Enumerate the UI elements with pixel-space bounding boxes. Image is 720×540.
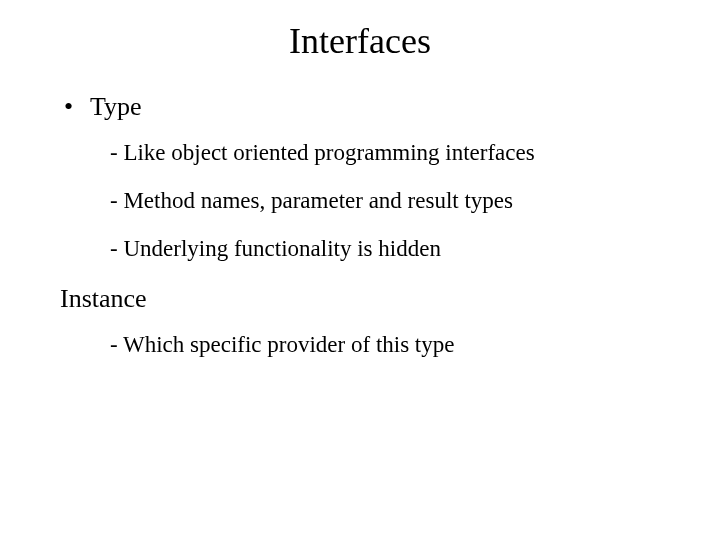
slide-content: • Type - Like object oriented programmin… bbox=[0, 92, 720, 358]
type-sub-2: - Method names, parameter and result typ… bbox=[110, 188, 680, 214]
bullet-type: • Type bbox=[60, 92, 680, 122]
slide-title: Interfaces bbox=[0, 20, 720, 62]
type-sub-3: - Underlying functionality is hidden bbox=[110, 236, 680, 262]
slide: Interfaces • Type - Like object oriented… bbox=[0, 20, 720, 540]
bullet-instance-label: Instance bbox=[60, 284, 680, 314]
instance-sub-list: - Which specific provider of this type bbox=[60, 332, 680, 358]
bullet-marker: • bbox=[60, 92, 90, 122]
type-sub-list: - Like object oriented programming inter… bbox=[60, 140, 680, 262]
type-sub-1: - Like object oriented programming inter… bbox=[110, 140, 680, 166]
instance-sub-1: - Which specific provider of this type bbox=[110, 332, 680, 358]
bullet-type-label: Type bbox=[90, 92, 142, 122]
